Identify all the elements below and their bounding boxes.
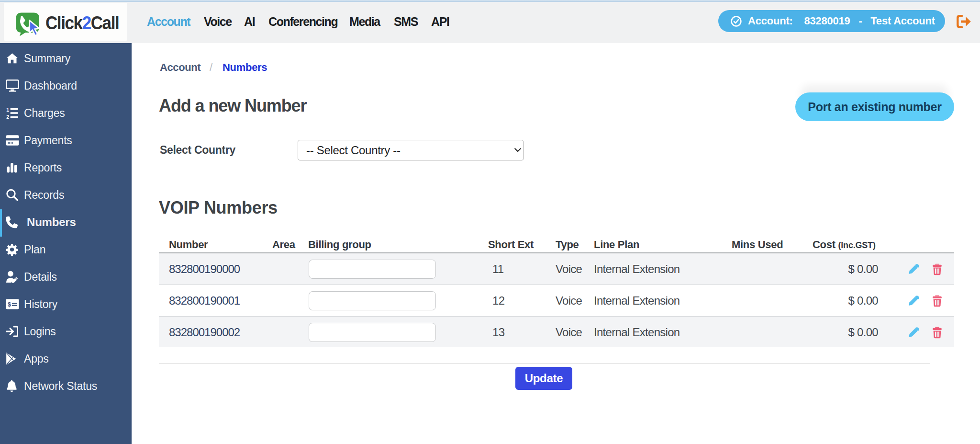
svg-text:2: 2 (6, 114, 9, 120)
svg-text:$: $ (8, 301, 11, 308)
svg-text:1: 1 (6, 107, 9, 113)
